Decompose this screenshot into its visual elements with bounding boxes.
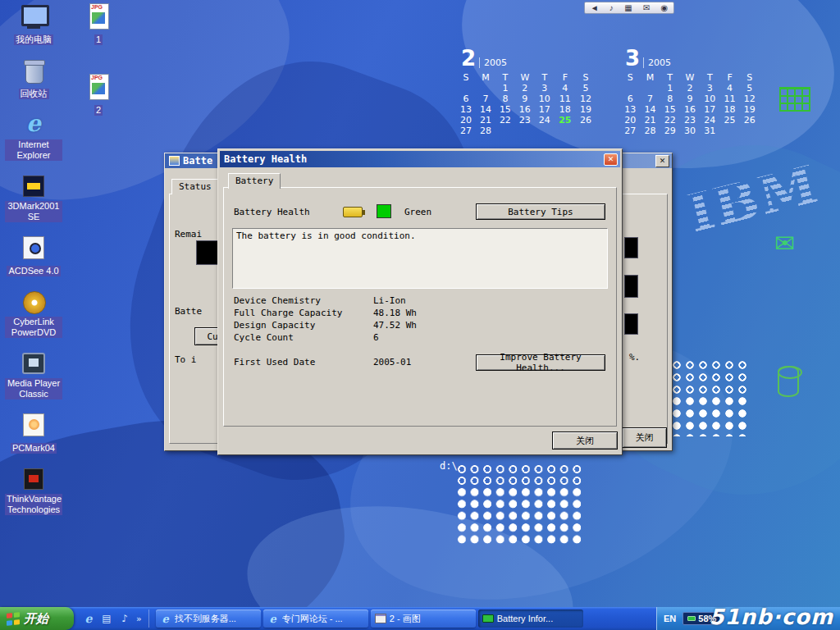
battery-gauge bbox=[624, 237, 638, 258]
desktop-icon-thinkvantage-technologies[interactable]: ThinkVantage Technologies bbox=[5, 466, 62, 516]
icon-label: Internet Explorer bbox=[5, 139, 62, 161]
battery-info-fields: Device ChemistryLi-IonFull Charge Capaci… bbox=[220, 295, 620, 345]
battery-label: Batte bbox=[175, 306, 202, 317]
icon-label: PCMark04 bbox=[11, 443, 57, 454]
calendar-header: 32005 bbox=[620, 46, 760, 71]
icon-label: 2 bbox=[94, 105, 103, 116]
taskbar-task-forum[interactable]: e专门网论坛 - ... bbox=[263, 609, 368, 628]
dot-grid bbox=[671, 395, 750, 436]
mail-icon[interactable]: ✉ bbox=[643, 4, 650, 12]
media-player-icon[interactable]: ♪ bbox=[118, 612, 131, 625]
info-field-row: Design Capacity47.52 Wh bbox=[220, 320, 620, 332]
grid-icon[interactable]: ▦ bbox=[624, 4, 632, 12]
percent-label: %. bbox=[629, 352, 640, 363]
start-label: 开始 bbox=[24, 611, 48, 627]
speaker-icon[interactable]: ◄ bbox=[591, 4, 599, 12]
note-icon[interactable]: ♪ bbox=[609, 4, 614, 12]
icon-label: 1 bbox=[94, 34, 103, 45]
calendar-header: 22005 bbox=[456, 46, 596, 71]
taskbar-task-battery-information[interactable]: Battery Infor... bbox=[478, 609, 583, 628]
desktop: 22005SMTWTFS1234567891011121314151617181… bbox=[0, 0, 840, 630]
status-icon[interactable]: ◉ bbox=[661, 4, 669, 12]
tab-status[interactable]: Status bbox=[171, 179, 219, 194]
task-label: 2 - 画图 bbox=[390, 613, 421, 625]
grid-pictogram-icon bbox=[779, 87, 810, 112]
first-used-label: First Used Date bbox=[234, 357, 315, 368]
to-label: To i bbox=[175, 354, 197, 365]
windows-flag-icon bbox=[7, 612, 20, 626]
info-field-row: Device ChemistryLi-Ion bbox=[220, 295, 620, 308]
battery-icon bbox=[482, 613, 494, 624]
close-window-button[interactable]: 关闭 bbox=[622, 427, 667, 448]
improve-battery-health-button[interactable]: Improve Battery Health... bbox=[476, 354, 605, 371]
field-label: Full Charge Capacity bbox=[234, 308, 342, 318]
recycle-bin-icon bbox=[19, 57, 48, 84]
internet-explorer-icon[interactable]: e bbox=[82, 612, 95, 625]
internet-explorer-icon: e bbox=[160, 613, 171, 624]
show-desktop-icon[interactable]: ▤ bbox=[100, 612, 113, 625]
media-player-classic-icon bbox=[19, 350, 48, 377]
desktop-icon-media-player-classic[interactable]: Media Player Classic bbox=[5, 350, 62, 400]
taskbar: 开始 e▤♪» e找不到服务器...e专门网论坛 - ...2 - 画图Batt… bbox=[0, 607, 840, 630]
desktop-icon-recycle-bin[interactable]: 回收站 bbox=[5, 57, 62, 100]
calendar-month: 2 bbox=[461, 46, 476, 71]
battery-gauge bbox=[624, 313, 638, 335]
field-value: 6 bbox=[373, 332, 379, 343]
start-button[interactable]: 开始 bbox=[0, 607, 74, 630]
icon-label: ACDSee 4.0 bbox=[7, 266, 60, 276]
drive-label: d:\ bbox=[440, 460, 458, 472]
3dmark2001-se-icon bbox=[19, 173, 48, 199]
desktop-icon-cyberlink-powerdvd[interactable]: CyberLink PowerDVD bbox=[5, 289, 62, 339]
desktop-icon-acdsee-4-0[interactable]: ACDSee 4.0 bbox=[5, 235, 62, 277]
battery-indicator[interactable]: 58% bbox=[682, 612, 721, 625]
field-value: 48.18 Wh bbox=[373, 308, 417, 318]
dialog-body: Battery Battery Health Green Battery Tip… bbox=[220, 167, 620, 453]
desktop-icon-3dmark2001-se[interactable]: 3DMark2001 SE bbox=[5, 173, 62, 223]
battery-window-icon bbox=[169, 156, 180, 166]
icon-label: 3DMark2001 SE bbox=[5, 201, 62, 222]
desktop-icon-pcmark04[interactable]: PCMark04 bbox=[5, 412, 62, 454]
dialog-title: Battery Health bbox=[224, 153, 307, 165]
calendar-grid: SMTWTFS123456789101112131415161718192021… bbox=[456, 72, 596, 136]
internet-explorer-icon: e bbox=[267, 613, 279, 624]
internet-explorer-icon: e bbox=[19, 112, 48, 138]
taskbar-task-paint[interactable]: 2 - 画图 bbox=[371, 609, 476, 628]
language-indicator[interactable]: EN bbox=[664, 614, 676, 623]
field-value: 47.52 Wh bbox=[373, 320, 417, 331]
tab-battery[interactable]: Battery bbox=[228, 173, 281, 189]
battery-health-titlebar[interactable]: Battery Health ✕ bbox=[220, 151, 620, 167]
desktop-icon-my-computer[interactable]: 我的电脑 bbox=[5, 3, 62, 46]
desktop-icon-internet-explorer[interactable]: eInternet Explorer bbox=[5, 112, 62, 162]
close-icon[interactable]: ✕ bbox=[655, 155, 669, 167]
quick-launch: e▤♪» bbox=[74, 609, 149, 628]
thinkvantage-technologies-icon bbox=[19, 466, 48, 492]
calendar-february-2005: 22005SMTWTFS1234567891011121314151617181… bbox=[456, 46, 596, 136]
cylinder-pictogram-icon bbox=[778, 366, 799, 397]
calendar-year: 2005 bbox=[479, 57, 507, 68]
icon-label: Media Player Classic bbox=[5, 378, 62, 399]
close-icon[interactable]: ✕ bbox=[604, 153, 618, 166]
health-status-swatch bbox=[377, 204, 391, 218]
task-label: 专门网论坛 - ... bbox=[282, 613, 343, 625]
quick-launch-chevron-icon[interactable]: » bbox=[136, 614, 142, 624]
cyberlink-powerdvd-icon bbox=[19, 289, 48, 315]
ibm-logo: IBM bbox=[682, 153, 824, 245]
desktop-file-column: JPG 1 JPG 2 bbox=[77, 3, 120, 116]
jpg-file-icon: JPG bbox=[84, 74, 113, 100]
first-used-value: 2005-01 bbox=[373, 357, 411, 368]
task-label: 找不到服务器... bbox=[175, 613, 236, 625]
pcmark04-icon bbox=[19, 412, 48, 438]
desktop-icon-file-1[interactable]: JPG 1 bbox=[77, 3, 120, 46]
close-dialog-button[interactable]: 关闭 bbox=[552, 431, 618, 450]
calendar-grid: SMTWTFS123456789101112131415161718192021… bbox=[620, 72, 760, 136]
info-field-row: Full Charge Capacity48.18 Wh bbox=[220, 308, 620, 320]
battery-icon bbox=[343, 207, 363, 217]
icon-label: 我的电脑 bbox=[14, 34, 53, 45]
taskbar-task-server-not-found[interactable]: e找不到服务器... bbox=[156, 609, 261, 628]
battery-tips-button[interactable]: Battery Tips bbox=[476, 203, 605, 220]
condition-textbox[interactable]: The battery is in good condition. bbox=[232, 228, 608, 289]
desktop-icon-file-2[interactable]: JPG 2 bbox=[77, 74, 120, 116]
dot-grid bbox=[671, 359, 750, 395]
mail-pictogram-icon: ✉ bbox=[774, 231, 795, 256]
field-label: Device Chemistry bbox=[234, 295, 321, 306]
